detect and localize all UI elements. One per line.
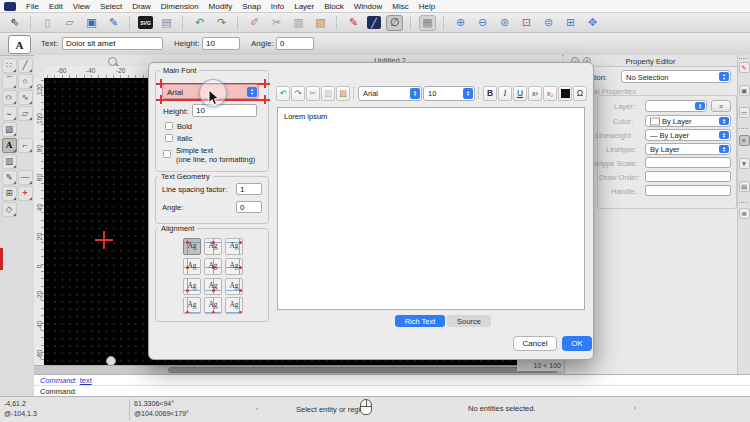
cancel-button[interactable]: Cancel <box>513 336 557 351</box>
align-base-left-button[interactable]: Ag <box>183 278 201 295</box>
layer-combo[interactable]: ▲▼ <box>645 100 707 112</box>
underline-button[interactable]: U <box>513 86 527 101</box>
previous-view-icon[interactable]: ⊜ <box>540 15 557 31</box>
zoom-region-icon[interactable]: ⊡ <box>518 15 535 31</box>
pencil-icon[interactable]: ✐ <box>246 15 263 31</box>
lineweight-combo[interactable]: —By Layer ▲▼ <box>645 129 731 141</box>
shape-tool[interactable]: ▱ <box>18 106 33 121</box>
richtext-editor[interactable]: Lorem ipsum <box>277 107 585 310</box>
line-spacing-input[interactable] <box>236 183 262 195</box>
text-color-button[interactable] <box>558 86 572 101</box>
redo-icon[interactable]: ↷ <box>213 15 230 31</box>
text-tool-button[interactable]: A <box>8 35 31 54</box>
menu-info[interactable]: Info <box>271 2 284 11</box>
dialog-height-input[interactable] <box>192 104 257 117</box>
menu-edit[interactable]: Edit <box>49 2 63 11</box>
bold-button[interactable]: B <box>483 86 497 101</box>
dimension-tool[interactable]: ⌐ <box>18 138 33 153</box>
svg-export-icon[interactable]: SVG <box>138 16 153 29</box>
paste-icon[interactable]: ▧ <box>312 15 329 31</box>
align-base-center-button[interactable]: Ag <box>204 278 222 295</box>
align-middle-center-button[interactable]: Ag <box>204 258 222 275</box>
layers-panel-toggle[interactable]: ▣ <box>739 85 750 96</box>
height-input[interactable] <box>202 37 240 50</box>
align-bottom-left-button[interactable]: Ag <box>183 297 201 314</box>
property-panel-toggle[interactable]: ≡ <box>739 135 750 146</box>
line-tool[interactable]: ╱ <box>18 58 33 73</box>
layer-list-button[interactable]: ≡ <box>711 100 731 112</box>
angle-input[interactable] <box>276 37 314 50</box>
circle-tool[interactable]: ○ <box>18 74 33 89</box>
scrollbar-thumb[interactable] <box>168 367 558 373</box>
editor-font-combo[interactable]: Arial ▲▼ <box>358 86 422 101</box>
menu-draw[interactable]: Draw <box>132 2 151 11</box>
align-middle-right-button[interactable]: Ag <box>225 258 243 275</box>
menu-file[interactable]: File <box>26 2 39 11</box>
text-tool-selected[interactable]: A <box>2 138 17 153</box>
menu-misc[interactable]: Misc <box>392 2 408 11</box>
align-bottom-right-button[interactable]: Ag <box>225 297 243 314</box>
blocks-panel-toggle[interactable]: ▭ <box>739 107 750 118</box>
align-base-right-button[interactable]: Ag <box>225 278 243 295</box>
menu-dimension[interactable]: Dimension <box>161 2 199 11</box>
auto-zoom-icon[interactable]: ⊛ <box>496 15 513 31</box>
polyline-tool[interactable]: ⌣ <box>2 106 17 121</box>
editor-undo-icon[interactable]: ↶ <box>276 86 290 101</box>
selection-combo[interactable]: No Selection ▲▼ <box>621 70 731 83</box>
menu-block[interactable]: Block <box>324 2 344 11</box>
image-tool[interactable]: ▥ <box>2 154 17 169</box>
italic-button[interactable]: I <box>498 86 512 101</box>
italic-checkbox[interactable] <box>165 134 173 142</box>
modify-tool[interactable]: ✎ <box>2 170 17 185</box>
menu-modify[interactable]: Modify <box>209 2 233 11</box>
plot-style-icon[interactable]: ╱ <box>367 16 381 29</box>
zoom-out-icon[interactable]: ⊖ <box>474 15 491 31</box>
simple-text-checkbox[interactable] <box>163 150 171 158</box>
command-input-row[interactable]: Command: <box>34 385 750 396</box>
point-tool[interactable]: ∷ <box>2 58 17 73</box>
cut-icon[interactable]: ✂ <box>268 15 285 31</box>
editor-cut-icon[interactable]: ✂ <box>306 86 320 101</box>
new-file-icon[interactable]: ▯ <box>39 15 56 31</box>
ellipse-slash-icon[interactable]: ∅ <box>386 15 403 31</box>
align-top-right-button[interactable]: Ag <box>225 238 243 255</box>
linetype-combo[interactable]: By Layer ▲▼ <box>645 143 731 155</box>
text-input[interactable] <box>62 37 163 50</box>
editor-size-combo[interactable]: 10 ▲▼ <box>423 86 475 101</box>
handle-input[interactable] <box>645 185 731 196</box>
solid-tool[interactable]: ◇ <box>2 202 17 217</box>
ok-button[interactable]: OK <box>562 336 592 351</box>
align-middle-left-button[interactable]: Ag <box>183 258 201 275</box>
special-char-button[interactable]: Ω <box>573 86 587 101</box>
undo-icon[interactable]: ↶ <box>191 15 208 31</box>
tab-rich-text[interactable]: Rich Text <box>395 315 445 327</box>
horizontal-scrollbar[interactable] <box>34 365 562 374</box>
editor-copy-icon[interactable]: ▥ <box>321 86 335 101</box>
zoom-in-icon[interactable]: ⊕ <box>452 15 469 31</box>
spline-tool[interactable]: ∿ <box>18 90 33 105</box>
align-top-center-button[interactable]: Ag <box>204 238 222 255</box>
menu-snap[interactable]: Snap <box>242 2 261 11</box>
tab-source[interactable]: Source <box>447 315 491 327</box>
align-top-left-button[interactable]: Ag <box>183 238 201 255</box>
copy-icon[interactable]: ▥ <box>290 15 307 31</box>
menu-select[interactable]: Select <box>100 2 122 11</box>
open-file-icon[interactable]: ▱ <box>61 15 78 31</box>
bold-checkbox[interactable] <box>165 122 173 130</box>
linetype-scale-input[interactable] <box>645 157 731 168</box>
draw-pen-icon[interactable]: ✎ <box>345 15 362 31</box>
draw-order-input[interactable] <box>645 171 731 182</box>
tag-panel-toggle[interactable]: ▤ <box>739 181 750 192</box>
zoom-window-icon[interactable]: ⊞ <box>562 15 579 31</box>
filter-panel-toggle[interactable]: ▼ <box>739 158 750 169</box>
color-combo[interactable]: By Layer ▲▼ <box>645 115 731 127</box>
hatch-tool[interactable]: ▨ <box>2 122 17 137</box>
menu-window[interactable]: Window <box>354 2 382 11</box>
menu-layer[interactable]: Layer <box>294 2 314 11</box>
draw-panel-toggle[interactable]: ✎ <box>739 62 750 73</box>
geometry-angle-input[interactable] <box>236 201 262 213</box>
editor-paste-icon[interactable]: ▧ <box>336 86 350 101</box>
info-tool[interactable]: ⊞ <box>2 186 17 201</box>
grid-toggle-icon[interactable]: ▦ <box>419 15 436 31</box>
snap-tool[interactable]: + <box>18 186 33 201</box>
